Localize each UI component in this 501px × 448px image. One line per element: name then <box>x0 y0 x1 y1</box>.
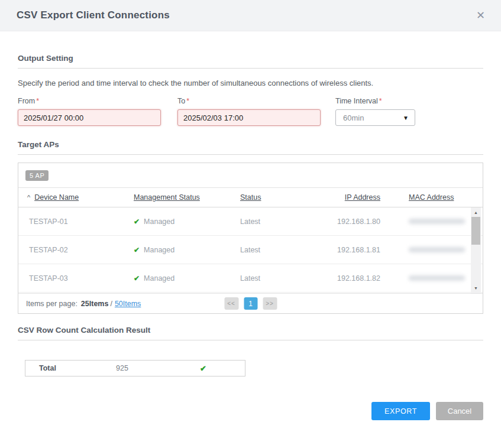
time-interval-label-text: Time Interval <box>335 97 378 105</box>
table-body: TESTAP-01 ✔Managed Latest 192.168.1.80 T… <box>18 207 483 293</box>
dialog-header: CSV Export Client Connections ✕ <box>0 0 501 31</box>
column-status: Status <box>240 193 326 202</box>
pagination: << 1 >> <box>224 297 277 310</box>
table-row: TESTAP-01 ✔Managed Latest 192.168.1.80 <box>18 207 483 236</box>
to-label: To* <box>177 97 321 105</box>
time-interval-value: 60min <box>343 113 364 122</box>
from-field-group: From* <box>18 97 161 126</box>
status-cell: Latest <box>240 246 326 254</box>
scroll-down-icon[interactable]: ▼ <box>471 284 481 292</box>
column-mac-address: MAC Address <box>380 193 483 202</box>
scroll-up-icon[interactable]: ▲ <box>471 209 481 216</box>
required-marker: * <box>186 97 189 105</box>
mac-address-redacted <box>409 219 465 224</box>
check-icon: ✔ <box>200 364 245 373</box>
time-interval-select[interactable]: 60min ▼ <box>335 109 415 126</box>
output-setting-heading: Output Setting <box>18 54 483 69</box>
items-per-page-25[interactable]: 25Items <box>81 300 109 308</box>
items-per-page-50[interactable]: 50Items <box>115 300 141 308</box>
table-footer: Items per page: 25Items / 50Items << 1 >… <box>18 293 483 313</box>
column-management-status: Management Status <box>134 193 240 202</box>
ip-address-cell: 192.168.1.80 <box>326 217 380 226</box>
target-aps-heading: Target APs <box>18 140 483 155</box>
to-field-group: To* <box>177 97 321 126</box>
time-interval-label: Time Interval* <box>335 97 415 105</box>
export-button[interactable]: EXPORT <box>371 402 430 420</box>
column-ip-address: IP Address <box>326 193 380 202</box>
column-header-management-status[interactable]: Management Status <box>134 193 200 202</box>
management-status-cell: ✔Managed <box>134 274 240 283</box>
status-cell: Latest <box>240 274 326 283</box>
prev-page-button[interactable]: << <box>224 297 238 310</box>
table-row: TESTAP-03 ✔Managed Latest 192.168.1.82 <box>18 264 483 293</box>
dialog-title: CSV Export Client Connections <box>17 9 170 21</box>
column-header-status[interactable]: Status <box>240 193 261 202</box>
dialog-body: Output Setting Specify the period and ti… <box>0 54 501 420</box>
ip-address-cell: 192.168.1.82 <box>326 274 380 283</box>
column-device-name: ^Device Name <box>27 193 134 202</box>
ap-count-badge: 5 AP <box>25 170 49 181</box>
items-per-page-separator: / <box>110 300 112 308</box>
cancel-button[interactable]: Cancel <box>436 402 483 420</box>
to-label-text: To <box>177 97 185 105</box>
device-name-cell: TESTAP-01 <box>29 217 134 226</box>
total-value: 925 <box>116 364 200 372</box>
output-setting-description: Specify the period and time interval to … <box>18 79 483 87</box>
mac-address-cell <box>380 219 483 224</box>
column-header-device-name[interactable]: Device Name <box>34 193 79 202</box>
items-per-page-label: Items per page: <box>26 300 77 308</box>
management-status-text: Managed <box>144 246 174 254</box>
total-label: Total <box>39 364 116 372</box>
vertical-scrollbar[interactable]: ▲ ▼ <box>471 207 481 293</box>
required-marker: * <box>379 97 382 105</box>
target-aps-panel: 5 AP ^Device Name Management Status Stat… <box>18 163 483 314</box>
csv-result-heading: CSV Row Count Calculation Result <box>18 326 483 340</box>
check-icon: ✔ <box>134 217 140 226</box>
table-row: TESTAP-02 ✔Managed Latest 192.168.1.81 <box>18 236 483 264</box>
scrollbar-thumb[interactable] <box>471 217 480 245</box>
dialog-actions: EXPORT Cancel <box>18 402 483 420</box>
chevron-down-icon: ▼ <box>403 115 409 121</box>
ap-count-row: 5 AP <box>18 163 483 188</box>
management-status-cell: ✔Managed <box>134 217 240 226</box>
device-name-cell: TESTAP-02 <box>29 246 134 254</box>
ip-address-cell: 192.168.1.81 <box>326 246 380 254</box>
mac-address-cell <box>380 247 483 252</box>
management-status-text: Managed <box>144 274 174 283</box>
sort-ascending-icon: ^ <box>27 194 30 201</box>
next-page-button[interactable]: >> <box>263 297 277 310</box>
close-icon[interactable]: ✕ <box>476 10 485 21</box>
table-header: ^Device Name Management Status Status IP… <box>18 188 483 207</box>
mac-address-cell <box>380 275 483 281</box>
total-row: Total 925 ✔ <box>25 360 245 376</box>
mac-address-redacted <box>409 247 465 252</box>
check-icon: ✔ <box>134 246 140 254</box>
from-label-text: From <box>18 97 35 105</box>
to-input[interactable] <box>177 109 321 126</box>
status-cell: Latest <box>240 217 326 226</box>
management-status-text: Managed <box>144 217 174 226</box>
period-fields: From* To* Time Interval* 60min ▼ <box>18 97 483 126</box>
mac-address-redacted <box>409 275 465 281</box>
page-1-button[interactable]: 1 <box>244 297 257 310</box>
time-interval-field-group: Time Interval* 60min ▼ <box>335 97 415 126</box>
column-header-mac-address[interactable]: MAC Address <box>409 193 454 202</box>
management-status-cell: ✔Managed <box>134 246 240 254</box>
column-header-ip-address[interactable]: IP Address <box>345 193 380 202</box>
from-input[interactable] <box>18 109 161 126</box>
device-name-cell: TESTAP-03 <box>29 274 134 283</box>
check-icon: ✔ <box>134 274 140 283</box>
from-label: From* <box>18 97 161 105</box>
required-marker: * <box>36 97 39 105</box>
